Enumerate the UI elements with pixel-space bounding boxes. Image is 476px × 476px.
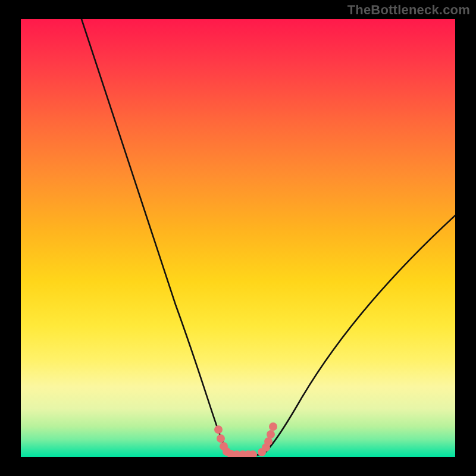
- marker-dot: [267, 430, 275, 439]
- marker-group: [214, 422, 277, 457]
- curve-right-branch: [264, 215, 455, 454]
- marker-dot: [214, 425, 223, 434]
- curve-left-branch: [82, 19, 229, 454]
- watermark-text: TheBottleneck.com: [347, 2, 470, 18]
- marker-dot: [269, 422, 277, 431]
- curve-layer: [21, 19, 455, 457]
- marker-dot: [217, 434, 225, 443]
- plot-area: [21, 19, 455, 457]
- chart-stage: TheBottleneck.com: [0, 0, 476, 476]
- marker-dot: [264, 437, 273, 446]
